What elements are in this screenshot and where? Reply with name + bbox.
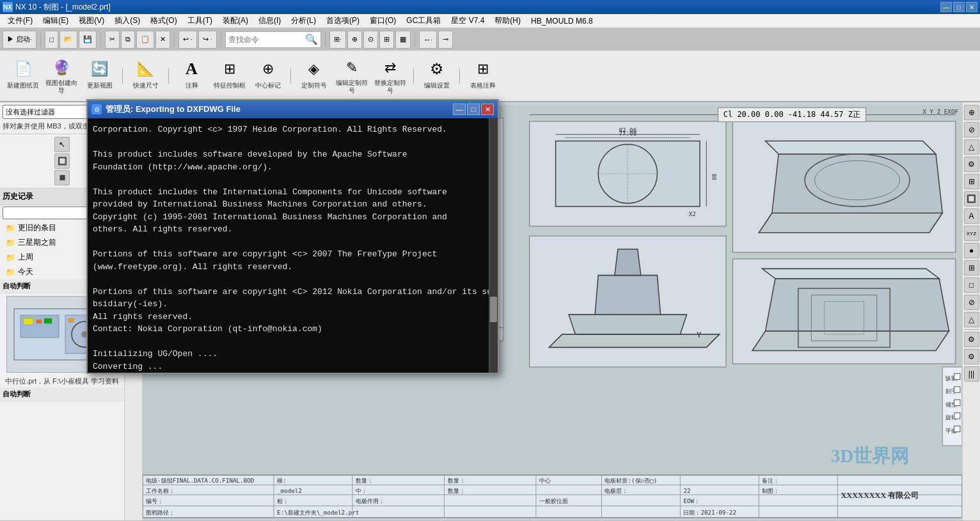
close-button[interactable]: ✕ bbox=[966, 2, 977, 12]
view-creation-wizard-button[interactable]: 🔮 视图创建向导 bbox=[43, 54, 79, 98]
menu-assembly[interactable]: 装配(A) bbox=[217, 14, 253, 27]
start-button[interactable]: ▶ 启动· bbox=[3, 31, 36, 49]
menu-help[interactable]: 帮助(H) bbox=[489, 14, 526, 27]
replace-symbol-button[interactable]: ⇄ 替换定制符号 bbox=[372, 54, 408, 98]
vert-btn3[interactable]: 🔳 bbox=[54, 170, 70, 185]
svg-text:制图：: 制图： bbox=[762, 487, 779, 494]
modal-window-controls: — □ ✕ bbox=[453, 104, 494, 115]
svg-text:数量：: 数量： bbox=[448, 487, 465, 494]
snap-btn2[interactable]: ⊕ bbox=[347, 31, 362, 49]
modal-title-bar: ⚙ 管理员: Exporting to DXFDWG File — □ ✕ bbox=[88, 100, 498, 118]
vert-btn2[interactable]: 🔲 bbox=[54, 153, 70, 169]
menu-insert[interactable]: 插入(S) bbox=[109, 14, 145, 27]
feature-control-frame-button[interactable]: ⊞ 特征控制框 bbox=[212, 54, 248, 98]
modal-maximize-button[interactable]: □ bbox=[467, 104, 480, 115]
window-controls: — □ ✕ bbox=[940, 2, 977, 12]
menu-window[interactable]: 窗口(O) bbox=[365, 14, 401, 27]
annotation-button[interactable]: A 注释 bbox=[174, 54, 209, 98]
right-btn16[interactable]: ||| bbox=[964, 366, 979, 382]
snap-btn4[interactable]: ⊞ bbox=[379, 31, 394, 49]
menu-tools[interactable]: 工具(T) bbox=[182, 14, 217, 27]
open-button[interactable]: 📂 bbox=[59, 31, 77, 49]
table-annotation-button[interactable]: ⊞ 表格注释 bbox=[465, 54, 500, 98]
custom-symbol-button[interactable]: ◈ 定制符号 bbox=[296, 54, 331, 98]
svg-marker-62 bbox=[762, 268, 939, 278]
auto-judge-section2: 自动判断 bbox=[0, 387, 124, 401]
edit-custom-symbol-button[interactable]: ✎ 编辑定制符号 bbox=[334, 54, 370, 98]
minimize-button[interactable]: — bbox=[940, 2, 952, 12]
menu-hkyy[interactable]: 星空 V7.4 bbox=[446, 14, 489, 27]
update-view-button[interactable]: 🔄 更新视图 bbox=[82, 54, 117, 98]
menu-file[interactable]: 文件(F) bbox=[3, 14, 38, 27]
svg-text:80: 80 bbox=[711, 174, 717, 180]
right-btn13[interactable]: △ bbox=[964, 312, 979, 327]
right-btn9[interactable]: ● bbox=[964, 243, 979, 258]
svg-marker-46 bbox=[595, 276, 660, 315]
vert-btn1[interactable]: ↖ bbox=[54, 137, 70, 152]
svg-text:_model2: _model2 bbox=[277, 487, 302, 494]
menu-gc[interactable]: GC工具箱 bbox=[401, 14, 446, 27]
right-btn15[interactable]: ⚙ bbox=[964, 349, 979, 364]
table-annotation-label: 表格注释 bbox=[470, 82, 496, 89]
snap-btn5[interactable]: ▦ bbox=[395, 31, 411, 49]
maximize-button[interactable]: □ bbox=[953, 2, 965, 12]
new-drawing-view-icon: 📄 bbox=[12, 58, 35, 81]
right-btn10[interactable]: ⊞ bbox=[964, 260, 979, 276]
modal-scrollbar[interactable] bbox=[489, 118, 498, 373]
snap-btn1[interactable]: ⊞· bbox=[329, 31, 346, 49]
menu-info[interactable]: 信息(I) bbox=[253, 14, 286, 27]
menu-format[interactable]: 格式(O) bbox=[145, 14, 182, 27]
right-btn4[interactable]: ⚙ bbox=[964, 157, 979, 172]
center-mark-button[interactable]: ⊕ 中心标记 bbox=[250, 54, 285, 98]
redo-button[interactable]: ↪ · bbox=[198, 31, 217, 49]
delete-button[interactable]: ✕ bbox=[155, 31, 170, 49]
right-btn6[interactable]: 🔲 bbox=[964, 191, 979, 206]
right-sidebar: ⊕ ⊘ △ ⚙ ⊞ 🔲 A XYZ ● ⊞ □ ⊘ △ ⚙ ⚙ ||| bbox=[962, 102, 980, 520]
new-drawing-view-button[interactable]: 📄 新建图纸页 bbox=[5, 54, 41, 98]
menu-hb-mould[interactable]: HB_MOULD M6.8 bbox=[526, 15, 598, 27]
cut-button[interactable]: ✂ bbox=[105, 31, 120, 49]
measure-btn1[interactable]: ↔· bbox=[419, 31, 437, 49]
right-btn5[interactable]: ⊞ bbox=[964, 174, 979, 189]
paste-button[interactable]: 📋 bbox=[136, 31, 154, 49]
right-btn1[interactable]: ⊕ bbox=[964, 105, 979, 120]
right-btn12[interactable]: ⊘ bbox=[964, 295, 979, 310]
svg-rect-111 bbox=[954, 426, 960, 432]
right-btn14[interactable]: ⚙ bbox=[964, 332, 979, 347]
right-btn11[interactable]: □ bbox=[964, 277, 979, 293]
annotation-icon: A bbox=[180, 58, 203, 81]
folder-icon-older: 📁 bbox=[5, 223, 15, 233]
menu-analysis[interactable]: 分析(L) bbox=[286, 14, 321, 27]
export-dialog[interactable]: ⚙ 管理员: Exporting to DXFDWG File — □ ✕ Co… bbox=[86, 99, 499, 374]
right-btn8[interactable]: XYZ bbox=[964, 226, 979, 241]
svg-text:数量：: 数量： bbox=[448, 477, 465, 484]
right-btn3[interactable]: △ bbox=[964, 139, 979, 155]
quick-dimension-button[interactable]: 📐 快速尺寸 bbox=[128, 54, 163, 98]
svg-text:电级-级组FINAL.DATA.CO.FINAL.BOD: 电级-级组FINAL.DATA.CO.FINAL.BOD bbox=[146, 477, 254, 484]
modal-minimize-button[interactable]: — bbox=[453, 104, 466, 115]
search-input[interactable] bbox=[228, 35, 305, 44]
right-btn2[interactable]: ⊘ bbox=[964, 122, 979, 137]
measure-btn2[interactable]: ⊸ bbox=[438, 31, 453, 49]
svg-text:3D世界网: 3D世界网 bbox=[831, 446, 909, 466]
app-window: NX NX 10 - 制图 - [_model2.prt] — □ ✕ 文件(F… bbox=[0, 0, 980, 520]
separator1 bbox=[40, 32, 41, 47]
snap-btn3[interactable]: ⊙ bbox=[363, 31, 378, 49]
menu-view[interactable]: 视图(V) bbox=[74, 14, 109, 27]
update-view-label: 更新视图 bbox=[87, 82, 113, 89]
edit-settings-button[interactable]: ⚙ 编辑设置 bbox=[419, 54, 454, 98]
right-btn7[interactable]: A bbox=[964, 208, 979, 224]
svg-marker-52 bbox=[759, 213, 942, 233]
copy-button[interactable]: ⧉ bbox=[121, 31, 135, 49]
edit-settings-label: 编辑设置 bbox=[424, 82, 450, 89]
new-button[interactable]: □ bbox=[45, 31, 58, 49]
save-button[interactable]: 💾 bbox=[79, 31, 97, 49]
modal-scrollbar-thumb[interactable] bbox=[490, 297, 497, 322]
menu-preferences[interactable]: 首选项(P) bbox=[321, 14, 365, 27]
coord-display: Cl 20.00 0.00 -41.18 44.57 Z正 bbox=[718, 107, 866, 122]
custom-symbol-icon: ◈ bbox=[303, 58, 326, 81]
undo-button[interactable]: ↩ · bbox=[178, 31, 197, 49]
search-box[interactable]: 🔍 bbox=[225, 31, 321, 48]
menu-edit[interactable]: 编辑(E) bbox=[38, 14, 74, 27]
modal-close-button[interactable]: ✕ bbox=[481, 104, 494, 115]
